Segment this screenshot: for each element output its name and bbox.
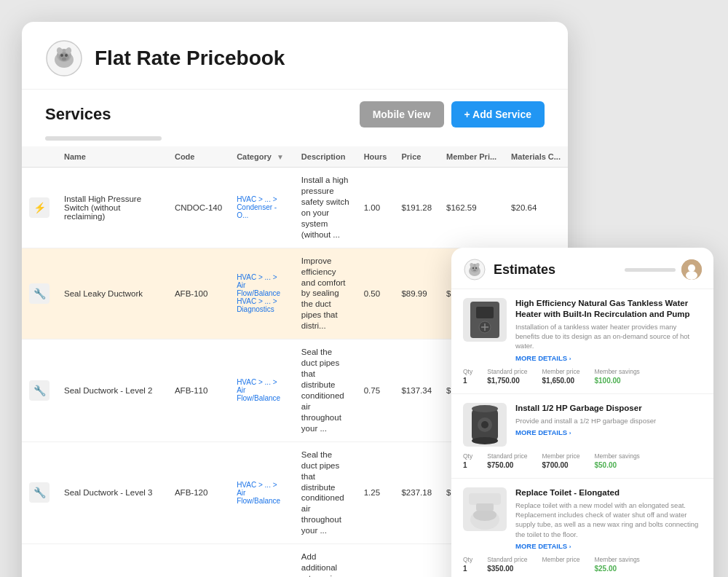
service-category: HVAC > ... > Air Flow/Balance: [229, 441, 294, 544]
service-price: $89.99: [394, 248, 439, 339]
table-header-row: Name Code Category ▼ Description Hours P…: [22, 146, 568, 168]
more-details-link[interactable]: MORE DETAILS ›: [515, 542, 702, 550]
service-code: CNDOC-140: [167, 168, 229, 248]
table-row[interactable]: ⚡ Install High Pressure Switch (without …: [22, 168, 568, 248]
qty-label: Qty: [463, 452, 472, 460]
service-description: Improve efficiency and comfort by sealin…: [294, 248, 357, 339]
more-details-link[interactable]: MORE DETAILS ›: [515, 354, 702, 362]
service-name: Replace Flex Run 25' or Shorter: [57, 544, 167, 577]
service-name: Install High Pressure Switch (without re…: [57, 168, 167, 248]
member-savings-val: $100.00: [595, 377, 621, 385]
svg-point-27: [472, 437, 498, 444]
col-code[interactable]: Code: [167, 146, 229, 168]
standard-price-label: Standard price: [487, 452, 527, 460]
estimates-header: Estimates: [451, 248, 713, 289]
member-price-val: $700.00: [542, 461, 569, 469]
col-member-price[interactable]: Member Pri...: [439, 146, 504, 168]
estimate-thumbnail: [463, 298, 507, 342]
estimates-logo-icon: [463, 258, 486, 281]
col-price[interactable]: Price: [394, 146, 439, 168]
svg-point-29: [481, 421, 488, 428]
estimate-pricing: Qty 1 Standard price $1,750.00 Member pr…: [463, 368, 702, 385]
svg-point-26: [472, 405, 498, 412]
row-icon-cell: ⚡: [22, 168, 57, 248]
service-name: Seal Ductwork - Level 3: [57, 441, 167, 544]
chevron-right-icon: ›: [569, 430, 571, 436]
service-code: AFB-140: [167, 544, 229, 577]
row-icon-cell: 🔩: [22, 544, 57, 577]
qty-label: Qty: [463, 556, 472, 563]
member-price-label: Member price: [542, 368, 580, 375]
qty-val: 1: [463, 461, 467, 469]
service-icon: 🔧: [29, 380, 50, 401]
service-price: $137.34: [394, 339, 439, 442]
service-hours: 1.25: [357, 441, 395, 544]
standard-price-label: Standard price: [487, 556, 527, 563]
service-description: Seal the duct pipes that distribute cond…: [294, 339, 357, 442]
standard-price-col: Standard price $750.00: [487, 452, 527, 469]
svg-point-18: [688, 264, 695, 272]
service-price: $191.28: [394, 168, 439, 248]
standard-price-label: Standard price: [487, 368, 527, 375]
service-materials: $20.64: [504, 168, 568, 248]
service-name: Seal Leaky Ductwork: [57, 248, 167, 339]
more-details-link[interactable]: MORE DETAILS ›: [515, 428, 702, 436]
qty-val: 1: [463, 377, 467, 385]
add-service-button[interactable]: + Add Service: [451, 101, 545, 127]
estimate-item-header: Install 1/2 HP Garbage Disposer Provide …: [463, 403, 702, 447]
svg-point-6: [60, 54, 63, 57]
member-price-label: Member price: [542, 556, 580, 563]
mobile-view-button[interactable]: Mobile View: [360, 101, 444, 127]
member-price-col: Member price: [542, 556, 580, 573]
member-savings-label: Member savings: [595, 452, 640, 460]
estimates-items-container: High Efficiency Natural Gas Tankless Wat…: [451, 289, 713, 577]
estimate-description: Provide and install a 1/2 HP garbage dis…: [515, 416, 702, 425]
standard-price-col: Standard price $1,750.00: [487, 368, 527, 385]
row-icon-cell: 🔧: [22, 441, 57, 544]
estimate-name: Replace Toilet - Elongated: [515, 487, 702, 498]
svg-point-8: [62, 58, 66, 60]
svg-point-7: [65, 54, 68, 57]
col-hours[interactable]: Hours: [357, 146, 395, 168]
estimate-pricing: Qty 1 Standard price $350.00 Member pric…: [463, 556, 702, 573]
svg-rect-30: [469, 493, 501, 505]
col-description[interactable]: Description: [294, 146, 357, 168]
svg-point-19: [686, 271, 697, 280]
estimate-item-header: Replace Toilet - Elongated Replace toile…: [463, 487, 702, 550]
service-category: HVAC > ... > Air Flow/BalanceHVAC > ... …: [229, 248, 294, 339]
member-savings-label: Member savings: [595, 556, 640, 563]
col-name[interactable]: Name: [57, 146, 167, 168]
member-savings-val: $50.00: [595, 461, 617, 469]
service-code: AFB-120: [167, 441, 229, 544]
estimates-header-left: Estimates: [463, 258, 555, 281]
filter-icon[interactable]: ▼: [277, 153, 284, 161]
header-buttons: Mobile View + Add Service: [360, 101, 545, 127]
svg-rect-21: [476, 307, 494, 318]
member-price-col: Member price $700.00: [542, 452, 580, 469]
estimate-pricing: Qty 1 Standard price $750.00 Member pric…: [463, 452, 702, 469]
qty-label: Qty: [463, 368, 472, 375]
col-category[interactable]: Category ▼: [229, 146, 294, 168]
service-code: AFB-110: [167, 339, 229, 442]
col-materials[interactable]: Materials C...: [504, 146, 568, 168]
estimate-thumbnail: [463, 487, 507, 531]
standard-price-val: $1,750.00: [487, 377, 520, 385]
service-category: HVAC > ... > Air Flow/Balance: [229, 339, 294, 442]
pricebook-header: Flat Rate Pricebook: [22, 22, 568, 90]
service-hours: 0.50: [357, 248, 395, 339]
pricebook-title: Flat Rate Pricebook: [95, 47, 285, 70]
service-hours: 1.50: [357, 544, 395, 577]
standard-price-val: $750.00: [487, 461, 513, 469]
chevron-right-icon: ›: [569, 356, 571, 362]
estimate-description: Installation of a tankless water heater …: [515, 322, 702, 351]
svg-point-14: [472, 267, 474, 269]
member-price-val: $1,650.00: [542, 377, 575, 385]
service-hours: 0.75: [357, 339, 395, 442]
member-savings-col: Member savings $100.00: [595, 368, 640, 385]
service-hours: 1.00: [357, 168, 395, 248]
svg-point-32: [473, 509, 496, 521]
service-category: HVAC > ... > Air Flow/Balance: [229, 544, 294, 577]
qty-col: Qty 1: [463, 556, 472, 573]
estimate-name: High Efficiency Natural Gas Tankless Wat…: [515, 298, 702, 320]
member-savings-val: $25.00: [595, 565, 617, 573]
